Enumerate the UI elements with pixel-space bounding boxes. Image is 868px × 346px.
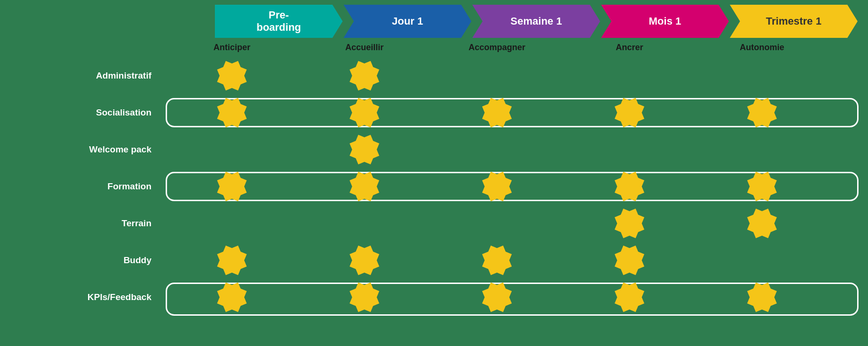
cell-soc-4 [696,96,828,129]
cell-kpi-1 [298,281,431,314]
cell-wp-1 [298,133,431,166]
subtitles-row: Anticiper Accueillir Accompagner Ancrer … [166,42,859,53]
cell-bud-3 [563,244,696,277]
cell-form-1 [298,170,431,203]
star-admin-0 [219,62,245,89]
cell-admin-3 [563,59,696,92]
row-buddy: Buddy [5,242,859,279]
subtitle-ancrer: Ancrer [563,42,696,53]
label-socialisation: Socialisation [5,107,166,118]
cell-admin-2 [431,59,563,92]
phase-semaine1: Semaine 1 [472,5,600,38]
cell-ter-4 [696,207,828,240]
subtitle-accueillir: Accueillir [298,42,431,53]
row-terrain: Terrain [5,205,859,242]
cell-wp-0 [166,133,298,166]
phase-jour1: Jour 1 [344,5,471,38]
row-kpis: KPIs/Feedback [5,279,859,316]
cell-ter-2 [431,207,563,240]
phases-header: Pre- boarding Jour 1 Semaine 1 Mois 1 Tr… [166,5,859,38]
label-kpis: KPIs/Feedback [5,292,166,302]
cell-soc-1 [298,96,431,129]
cell-bud-0 [166,244,298,277]
label-welcome-pack: Welcome pack [5,144,166,155]
cell-soc-2 [431,96,563,129]
cell-admin-0 [166,59,298,92]
subtitle-autonomie: Autonomie [696,42,828,53]
phase-trimestre1: Trimestre 1 [730,5,858,38]
label-formation: Formation [5,181,166,192]
subtitle-anticiper: Anticiper [166,42,298,53]
row-welcome-pack: Welcome pack [5,131,859,168]
phase-mois1: Mois 1 [601,5,729,38]
data-rows: Administratif Socialisation W [5,57,859,316]
cell-wp-4 [696,133,828,166]
cell-soc-3 [563,96,696,129]
cell-soc-0 [166,96,298,129]
cells-formation [166,170,859,203]
star-admin-1 [351,62,378,89]
cell-kpi-0 [166,281,298,314]
cell-ter-1 [298,207,431,240]
label-buddy: Buddy [5,255,166,266]
row-socialisation: Socialisation [5,94,859,131]
cell-bud-1 [298,244,431,277]
subtitle-accompagner: Accompagner [431,42,563,53]
cell-admin-1 [298,59,431,92]
cells-administratif [166,59,859,92]
cell-kpi-3 [563,281,696,314]
cell-kpi-4 [696,281,828,314]
label-administratif: Administratif [5,71,166,81]
cell-ter-3 [563,207,696,240]
label-terrain: Terrain [5,218,166,229]
phase-preboarding: Pre- boarding [215,5,343,38]
cells-terrain [166,207,859,240]
cell-form-3 [563,170,696,203]
cell-kpi-2 [431,281,563,314]
main-container: Pre- boarding Jour 1 Semaine 1 Mois 1 Tr… [0,0,868,346]
cell-form-4 [696,170,828,203]
cell-bud-4 [696,244,828,277]
cell-wp-2 [431,133,563,166]
cells-kpis [166,281,859,314]
cell-bud-2 [431,244,563,277]
cell-wp-3 [563,133,696,166]
cell-ter-0 [166,207,298,240]
cell-form-2 [431,170,563,203]
row-formation: Formation [5,168,859,205]
cells-welcome-pack [166,133,859,166]
cell-admin-4 [696,59,828,92]
cell-form-0 [166,170,298,203]
row-administratif: Administratif [5,57,859,94]
cells-buddy [166,244,859,277]
cells-socialisation [166,96,859,129]
